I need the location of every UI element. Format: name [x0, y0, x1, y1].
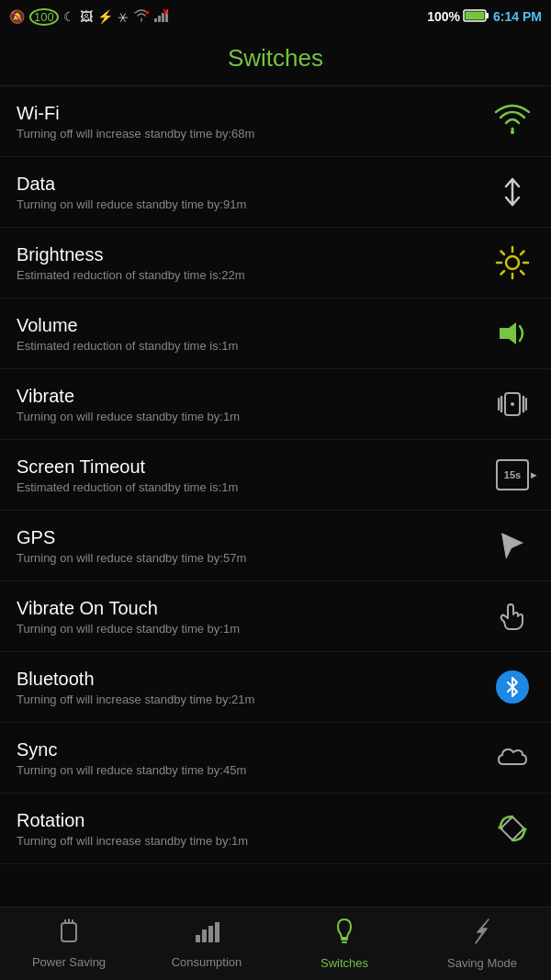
switch-item-bluetooth[interactable]: Bluetooth Turning off will increase stan…	[0, 652, 551, 723]
switches-label: Switches	[320, 956, 368, 970]
signal-icon	[154, 9, 169, 25]
bottom-nav: Power Saving Consumption Switches	[0, 907, 551, 980]
switches-list: Wi-Fi Turning off will increase standby …	[0, 86, 551, 864]
vibrate-on-touch-text: Vibrate On Touch Turning on will reduce …	[17, 598, 481, 636]
gps-icon	[490, 524, 534, 568]
svg-line-20	[501, 271, 505, 275]
switch-item-wifi[interactable]: Wi-Fi Turning off will increase standby …	[0, 86, 551, 157]
svg-point-27	[511, 402, 514, 406]
wifi-text: Wi-Fi Turning off will increase standby …	[17, 103, 481, 141]
vibrate-on-touch-title: Vibrate On Touch	[17, 598, 481, 619]
svg-marker-21	[500, 322, 516, 344]
bluetooth-circle	[496, 670, 529, 704]
svg-line-17	[501, 252, 505, 255]
status-right: 100% 6:14 PM	[427, 9, 542, 25]
sync-text: Sync Turning on will reduce standby time…	[17, 739, 481, 777]
switch-item-gps[interactable]: GPS Turning on will reduce standby time …	[0, 511, 551, 581]
svg-rect-2	[154, 18, 157, 22]
data-text: Data Turning on will reduce standby time…	[17, 174, 481, 211]
switch-item-vibrate-on-touch[interactable]: Vibrate On Touch Turning on will reduce …	[0, 581, 551, 652]
nav-item-consumption[interactable]: Consumption	[138, 907, 276, 980]
wifi-subtitle: Turning off will increase standby time b…	[17, 127, 481, 141]
switch-item-volume[interactable]: Volume Estimated reduction of standby ti…	[0, 299, 551, 369]
bluetooth-subtitle: Turning off will increase standby time b…	[17, 693, 481, 706]
svg-rect-9	[486, 13, 489, 18]
switch-item-rotation[interactable]: Rotation Turning off will increase stand…	[0, 794, 551, 864]
consumption-label: Consumption	[172, 955, 242, 969]
volume-text: Volume Estimated reduction of standby ti…	[17, 315, 481, 353]
wifi-title: Wi-Fi	[17, 103, 481, 124]
svg-point-11	[511, 130, 514, 134]
switch-item-vibrate[interactable]: Vibrate Turning on will reduce standby t…	[0, 369, 551, 440]
data-title: Data	[17, 174, 481, 195]
volume-icon	[490, 311, 534, 355]
switch-item-data[interactable]: Data Turning on will reduce standby time…	[0, 157, 551, 228]
saving-mode-icon	[470, 918, 494, 952]
screen-timeout-icon: 15s	[490, 453, 534, 497]
page-title-bar: Switches	[0, 33, 551, 85]
svg-rect-37	[208, 926, 213, 942]
saving-mode-label: Saving Mode	[447, 956, 517, 970]
screen-timeout-title: Screen Timeout	[17, 456, 481, 478]
vibrate-on-touch-subtitle: Turning on will reduce standby time by:1…	[17, 622, 481, 636]
volume-subtitle: Estimated reduction of standby time is:1…	[17, 339, 481, 353]
sync-subtitle: Turning on will reduce standby time by:4…	[17, 763, 481, 777]
svg-line-19	[521, 252, 524, 255]
time-display: 6:14 PM	[493, 9, 542, 24]
switches-icon	[332, 918, 357, 952]
wifi-icon	[490, 99, 534, 143]
vibrate-subtitle: Turning on will reduce standby time by:1…	[17, 410, 481, 423]
bluetooth-icon	[490, 665, 534, 709]
svg-point-12	[506, 256, 519, 269]
switch-item-sync[interactable]: Sync Turning on will reduce standby time…	[0, 723, 551, 794]
brightness-text: Brightness Estimated reduction of standb…	[17, 244, 481, 282]
notification-icon: 🔕	[9, 9, 25, 24]
gps-subtitle: Turning on will reduce standby time by:5…	[17, 551, 481, 565]
power-saving-icon	[56, 918, 82, 951]
data-subtitle: Turning on will reduce standby time by:9…	[17, 197, 481, 211]
moon-icon: ☾	[63, 9, 75, 24]
rotation-subtitle: Turning off will increase standby time b…	[17, 834, 481, 848]
gps-title: GPS	[17, 527, 481, 548]
rotation-text: Rotation Turning off will increase stand…	[17, 810, 481, 848]
rotation-icon	[490, 806, 534, 850]
gps-text: GPS Turning on will reduce standby time …	[17, 527, 481, 565]
vibrate-on-touch-icon	[490, 594, 534, 638]
nav-item-switches[interactable]: Switches	[276, 907, 413, 980]
page-title: Switches	[228, 44, 323, 72]
status-icons-left: 🔕 100 ☾ 🖼 ⚡ ⚹	[9, 8, 169, 26]
data-icon: 100	[29, 8, 59, 26]
svg-rect-36	[202, 929, 207, 942]
consumption-icon	[194, 918, 219, 951]
svg-rect-3	[158, 16, 161, 22]
sync-icon	[490, 736, 534, 780]
rotation-title: Rotation	[17, 810, 481, 831]
battery-icon	[464, 9, 489, 25]
photo-icon: 🖼	[80, 9, 93, 24]
brightness-title: Brightness	[17, 244, 481, 265]
volume-title: Volume	[17, 315, 481, 336]
nav-item-power-saving[interactable]: Power Saving	[0, 907, 138, 980]
sync-title: Sync	[17, 739, 481, 760]
svg-rect-10	[466, 11, 485, 19]
switch-item-screen-timeout[interactable]: Screen Timeout Estimated reduction of st…	[0, 440, 551, 511]
power-saving-label: Power Saving	[32, 955, 106, 969]
bluetooth-status-icon: ⚹	[118, 9, 129, 25]
bluetooth-text: Bluetooth Turning off will increase stan…	[17, 669, 481, 706]
brightness-subtitle: Estimated reduction of standby time is:2…	[17, 268, 481, 282]
wifi-status-icon	[133, 9, 150, 25]
svg-line-18	[521, 271, 524, 275]
battery-percentage: 100%	[427, 9, 460, 24]
switch-item-brightness[interactable]: Brightness Estimated reduction of standb…	[0, 228, 551, 299]
timeout-box: 15s	[496, 459, 529, 490]
screen-timeout-subtitle: Estimated reduction of standby time is:1…	[17, 480, 481, 494]
svg-rect-38	[215, 922, 219, 942]
svg-rect-35	[196, 935, 200, 942]
nav-item-saving-mode[interactable]: Saving Mode	[413, 907, 551, 980]
vibrate-title: Vibrate	[17, 386, 481, 407]
bluetooth-title: Bluetooth	[17, 669, 481, 690]
data-icon-container	[490, 170, 534, 214]
status-bar: 🔕 100 ☾ 🖼 ⚡ ⚹ 100%	[0, 0, 551, 33]
brightness-icon	[490, 241, 534, 285]
vibrate-text: Vibrate Turning on will reduce standby t…	[17, 386, 481, 423]
